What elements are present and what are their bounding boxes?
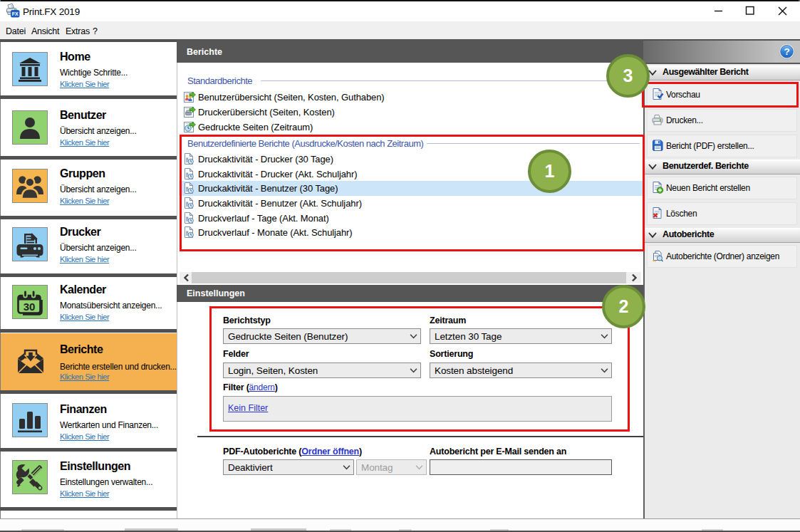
svg-text:FX: FX	[12, 11, 19, 16]
svg-text:30: 30	[24, 301, 36, 313]
svg-text:?: ?	[784, 46, 789, 57]
